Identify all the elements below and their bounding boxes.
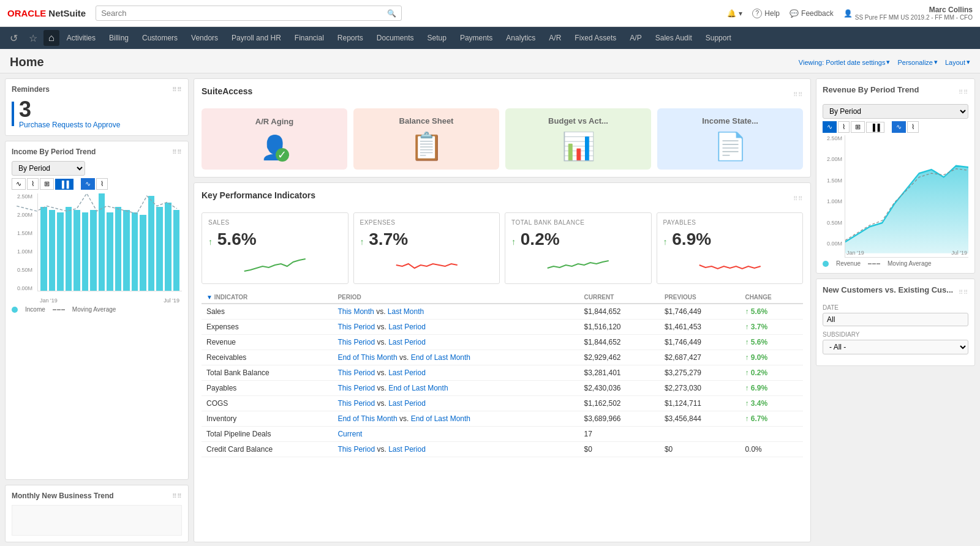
revenue-period-select[interactable]: By Period xyxy=(823,104,968,119)
nav-documents[interactable]: Documents xyxy=(371,31,420,45)
y-label-1: 2.00M xyxy=(12,212,32,218)
kpi-sales-number: 5.6% xyxy=(217,230,257,249)
reminder-link[interactable]: Purchase Requests to Approve xyxy=(19,121,120,129)
monthly-trend-drag-handle[interactable]: ⠿⠿ xyxy=(172,493,182,499)
chart-btn-area2[interactable]: ∿ xyxy=(81,178,95,190)
nav-setup[interactable]: Setup xyxy=(421,31,453,45)
new-customers-drag-handle[interactable]: ⠿⠿ xyxy=(959,289,968,296)
kpi-cell-indicator: COGS xyxy=(202,396,333,411)
income-legend-dash xyxy=(53,309,65,310)
kpi-cell-previous: $0 xyxy=(660,442,740,457)
suite-tile-ar-aging[interactable]: A/R Aging 👤 ✓ xyxy=(202,108,347,170)
chart-btn-table[interactable]: ⊞ xyxy=(40,178,54,190)
nav-vendors[interactable]: Vendors xyxy=(185,31,224,45)
help-button[interactable]: ? Help xyxy=(752,9,780,18)
nav-activities[interactable]: Activities xyxy=(61,31,102,45)
revenue-chart-type-buttons: ∿ ⌇ ⊞ ▐▐ ∿ ⌇ xyxy=(823,121,919,133)
revenue-btn-line2[interactable]: ⌇ xyxy=(907,121,919,133)
date-input[interactable] xyxy=(823,313,968,326)
user-menu[interactable]: 👤 Marc Collins SS Pure FF MM US 2019.2 -… xyxy=(843,6,973,21)
income-bar-16 xyxy=(173,210,180,291)
chart-btn-line[interactable]: ∿ xyxy=(12,178,26,190)
revenue-legend-moving-avg: Moving Average xyxy=(888,260,932,267)
nav-customers[interactable]: Customers xyxy=(136,31,184,45)
income-trend-drag-handle[interactable]: ⠿⠿ xyxy=(172,149,182,155)
chart-btn-area[interactable]: ⌇ xyxy=(27,178,39,190)
kpi-cell-current: $2,430,036 xyxy=(579,381,659,396)
suite-tile-balance-sheet[interactable]: Balance Sheet 📋 xyxy=(353,108,499,170)
portlet-date-settings[interactable]: Viewing: Portlet date settings ▾ xyxy=(799,58,891,66)
revenue-btn-line[interactable]: ⌇ xyxy=(838,121,850,133)
revenue-chart-plot: Jan '19 Jul '19 xyxy=(845,135,968,258)
personalize-button[interactable]: Personalize ▾ xyxy=(897,58,937,66)
income-bar-0 xyxy=(40,207,47,291)
income-legend-dot xyxy=(12,307,18,313)
nav-financial[interactable]: Financial xyxy=(288,31,330,45)
revenue-btn-table[interactable]: ⊞ xyxy=(851,121,865,133)
navbar: ↺ ☆ ⌂ Activities Billing Customers Vendo… xyxy=(0,27,980,49)
chart-btn-line2[interactable]: ⌇ xyxy=(96,178,108,190)
kpi-table: ▼ INDICATOR PERIOD CURRENT PREVIOUS CHAN… xyxy=(202,291,803,457)
nav-payroll[interactable]: Payroll and HR xyxy=(225,31,287,45)
kpi-th-change: CHANGE xyxy=(740,291,803,304)
feedback-button[interactable]: 💬 Feedback xyxy=(790,9,834,18)
kpi-card-expenses: EXPENSES ↑ 3.7% xyxy=(353,212,500,284)
nav-billing[interactable]: Billing xyxy=(103,31,135,45)
revenue-chart-svg xyxy=(845,135,968,257)
kpi-drag-handle[interactable]: ⠿⠿ xyxy=(793,195,803,202)
notifications-button[interactable]: 🔔 ▾ xyxy=(727,9,742,18)
kpi-cell-previous: $3,456,844 xyxy=(660,411,740,427)
reminder-bar xyxy=(12,102,14,126)
search-icon[interactable]: 🔍 xyxy=(387,9,396,18)
income-bar-13 xyxy=(148,196,155,291)
chart-btn-bar[interactable]: ▐▐ xyxy=(55,179,74,190)
suite-tile-budget-icon: 📊 xyxy=(562,130,595,162)
revenue-btn-area2[interactable]: ∿ xyxy=(892,121,906,133)
layout-button[interactable]: Layout ▾ xyxy=(945,58,970,66)
nav-favorites-icon[interactable]: ☆ xyxy=(24,30,42,47)
nav-home-icon[interactable]: ⌂ xyxy=(43,30,59,46)
revenue-drag-handle[interactable]: ⠿⠿ xyxy=(959,89,968,95)
nav-sales-audit[interactable]: Sales Audit xyxy=(649,31,698,45)
subsidiary-select[interactable]: - All - xyxy=(823,340,968,354)
income-bar-4 xyxy=(74,210,80,291)
kpi-cell-period: This Period vs. Last Period xyxy=(333,442,579,457)
nav-payments[interactable]: Payments xyxy=(454,31,499,45)
kpi-cell-change: ↑ 9.0% xyxy=(740,350,803,365)
income-bar-3 xyxy=(66,207,72,291)
nav-ar[interactable]: A/R xyxy=(543,31,567,45)
kpi-indicator-toggle[interactable]: ▼ xyxy=(206,294,213,301)
nav-back-icon[interactable]: ↺ xyxy=(5,30,23,47)
search-input[interactable] xyxy=(101,9,387,18)
suite-tile-budget[interactable]: Budget vs Act... 📊 xyxy=(505,108,651,170)
income-chart-legend: Income Moving Average xyxy=(12,306,182,313)
revenue-btn-area[interactable]: ∿ xyxy=(823,121,837,133)
y-label-4: 0.50M xyxy=(12,267,32,273)
suite-access-drag-handle[interactable]: ⠿⠿ xyxy=(793,91,803,98)
subsidiary-label: SUBSIDIARY xyxy=(823,331,968,338)
kpi-cell-previous: $3,275,279 xyxy=(660,365,740,381)
revenue-btn-bar[interactable]: ▐▐ xyxy=(866,122,884,133)
income-chart-type-buttons: ∿ ⌇ ⊞ ▐▐ ∿ ⌇ xyxy=(12,178,108,190)
income-chart-bars xyxy=(37,193,182,291)
suite-tile-budget-label: Budget vs Act... xyxy=(548,116,608,125)
nav-fixed-assets[interactable]: Fixed Assets xyxy=(568,31,622,45)
income-period-select[interactable]: By Period xyxy=(12,161,85,176)
kpi-cell-change: ↑ 5.6% xyxy=(740,304,803,320)
income-chart-controls: ∿ ⌇ ⊞ ▐▐ ∿ ⌇ xyxy=(12,178,182,190)
notifications-icon: 🔔 xyxy=(727,9,736,18)
nav-reports[interactable]: Reports xyxy=(331,31,369,45)
nav-support[interactable]: Support xyxy=(699,31,737,45)
kpi-sales-sparkline xyxy=(208,253,342,277)
kpi-card-expenses-value: ↑ 3.7% xyxy=(360,230,494,249)
kpi-cell-previous: $1,461,453 xyxy=(660,320,740,335)
kpi-cell-period: End of This Month vs. End of Last Month xyxy=(333,350,579,365)
nav-analytics[interactable]: Analytics xyxy=(500,31,541,45)
revenue-chart-legend: Revenue Moving Average xyxy=(823,260,968,267)
revenue-chart-inner: 2.50M 2.00M 1.50M 1.00M 0.50M 0.00M xyxy=(823,135,968,258)
kpi-table-row: Sales This Month vs. Last Month $1,844,6… xyxy=(202,304,803,320)
suite-tile-income-state[interactable]: Income State... 📄 xyxy=(657,108,803,170)
reminders-drag-handle[interactable]: ⠿⠿ xyxy=(172,86,182,93)
income-bar-12 xyxy=(140,215,146,291)
nav-ap[interactable]: A/P xyxy=(624,31,647,45)
